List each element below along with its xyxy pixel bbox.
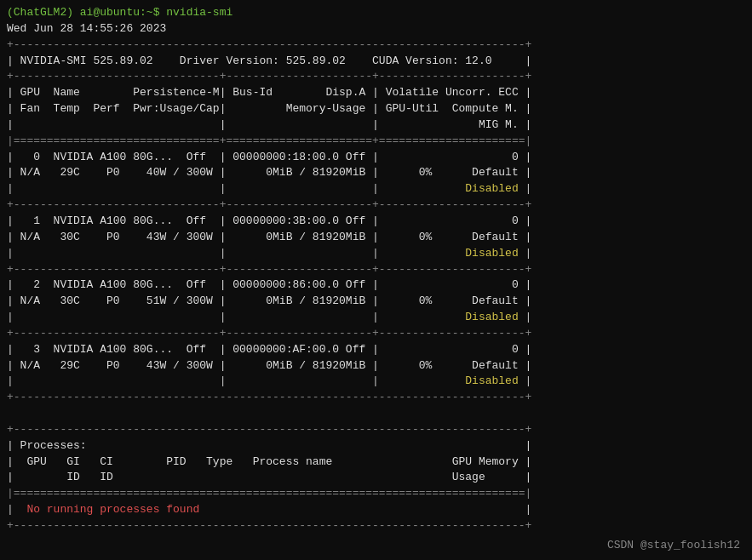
smi-header: | NVIDIA-SMI 525.89.02 Driver Version: 5… xyxy=(7,54,745,70)
gpu3-row2: | N/A 29C P0 43W / 300W | 0MiB / 81920Mi… xyxy=(7,358,745,374)
col-header3: | | | MIG M. | xyxy=(7,117,745,134)
gpu1-disabled: Disabled xyxy=(465,247,518,260)
gpu2-row3: | | | Disabled | xyxy=(7,310,745,326)
gpu1-row1: | 1 NVIDIA A100 80G... Off | 00000000:3B… xyxy=(7,214,745,230)
gpu-sep-1: +-------------------------------+-------… xyxy=(7,262,745,278)
proc-no-running: | No running processes found | xyxy=(7,502,745,518)
watermark: CSDN @stay_foolish12 xyxy=(607,539,740,551)
gpu0-disabled: Disabled xyxy=(465,182,518,195)
spacer xyxy=(7,406,745,422)
gpu1-row2: | N/A 30C P0 43W / 300W | 0MiB / 81920Mi… xyxy=(7,230,745,246)
gpu1-row3: | | | Disabled | xyxy=(7,246,745,262)
terminal-window: (ChatGLM2) ai@ubuntu:~$ nvidia-smi Wed J… xyxy=(0,0,752,560)
gpu3-row3: | | | Disabled | xyxy=(7,374,745,390)
proc-border-eq: |=======================================… xyxy=(7,486,745,502)
proc-border-top: +---------------------------------------… xyxy=(7,422,745,438)
proc-col-header: | GPU GI CI PID Type Process name GPU Me… xyxy=(7,454,745,471)
no-process-text: No running processes found xyxy=(26,503,199,516)
border-eq: |===============================+=======… xyxy=(7,134,745,150)
border-bottom: +---------------------------------------… xyxy=(7,390,745,406)
gpu0-row1: | 0 NVIDIA A100 80G... Off | 00000000:18… xyxy=(7,150,745,166)
gpu0-row3: | | | Disabled | xyxy=(7,181,745,197)
datetime-line: Wed Jun 28 14:55:26 2023 xyxy=(7,21,745,37)
gpu-sep-2: +-------------------------------+-------… xyxy=(7,326,745,342)
gpu3-disabled: Disabled xyxy=(465,374,518,387)
col-header1: | GPU Name Persistence-M| Bus-Id Disp.A … xyxy=(7,85,745,101)
border-header-mid: +-------------------------------+-------… xyxy=(7,69,745,85)
gpu-sep-0: +-------------------------------+-------… xyxy=(7,197,745,214)
border-top: +---------------------------------------… xyxy=(7,37,745,54)
gpu2-row1: | 2 NVIDIA A100 80G... Off | 00000000:86… xyxy=(7,277,745,294)
col-header2: | Fan Temp Perf Pwr:Usage/Cap| Memory-Us… xyxy=(7,101,745,117)
proc-border-bottom: +---------------------------------------… xyxy=(7,518,745,534)
gpu3-row1: | 3 NVIDIA A100 80G... Off | 00000000:AF… xyxy=(7,342,745,358)
gpu2-disabled: Disabled xyxy=(465,311,518,323)
prompt-line: (ChatGLM2) ai@ubuntu:~$ nvidia-smi xyxy=(7,5,745,21)
proc-header: | Processes: | xyxy=(7,438,745,454)
gpu0-row2: | N/A 29C P0 40W / 300W | 0MiB / 81920Mi… xyxy=(7,165,745,181)
gpu2-row2: | N/A 30C P0 51W / 300W | 0MiB / 81920Mi… xyxy=(7,294,745,310)
proc-col-sub: | ID ID Usage | xyxy=(7,470,745,486)
